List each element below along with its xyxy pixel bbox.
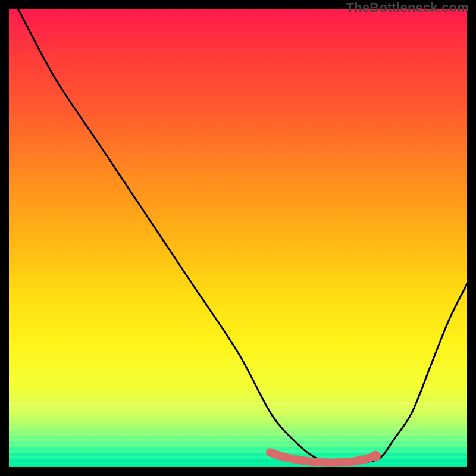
bottleneck-curve-path	[18, 9, 467, 463]
watermark-text: TheBottleneck.com	[346, 0, 469, 15]
optimal-marker	[370, 451, 381, 462]
highlight-optimal-range	[270, 451, 381, 463]
chart-svg	[9, 9, 467, 467]
optimal-range-path	[270, 452, 375, 462]
series-bottleneck-curve	[18, 9, 467, 463]
chart-root: TheBottleneck.com	[0, 0, 476, 476]
